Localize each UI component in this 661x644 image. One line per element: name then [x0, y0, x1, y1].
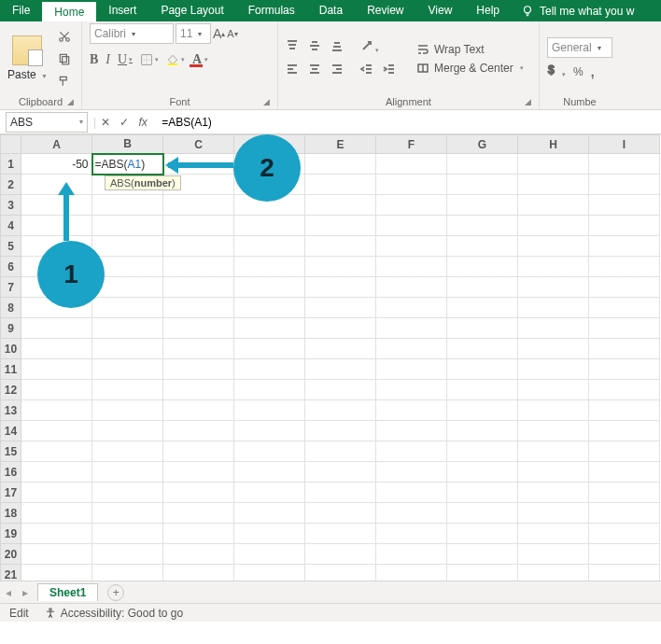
cell[interactable]	[447, 421, 518, 441]
row-header[interactable]: 6	[1, 257, 21, 277]
cell[interactable]	[589, 359, 660, 380]
cell[interactable]	[305, 195, 376, 216]
cell[interactable]	[163, 524, 234, 544]
cell[interactable]	[234, 483, 305, 503]
align-middle-button[interactable]	[308, 39, 321, 55]
cell[interactable]	[589, 400, 660, 421]
cell[interactable]	[518, 565, 589, 581]
cell-B1[interactable]: =ABS(A1)	[92, 154, 163, 175]
row-header[interactable]: 8	[1, 298, 21, 318]
cell[interactable]	[163, 400, 234, 421]
cell[interactable]	[234, 524, 305, 544]
cell[interactable]	[163, 565, 234, 581]
dialog-launcher[interactable]: ◢	[263, 97, 270, 106]
row-header[interactable]: 2	[1, 175, 21, 195]
cell[interactable]	[92, 503, 163, 524]
row-header[interactable]: 19	[1, 524, 21, 544]
worksheet-grid[interactable]: A B C D E F G H I 1 -50 =ABS(A1) 2345678…	[0, 134, 661, 581]
cell[interactable]	[518, 524, 589, 544]
cell[interactable]	[305, 441, 376, 462]
cell[interactable]	[518, 154, 589, 175]
cell[interactable]	[92, 236, 163, 257]
row-header[interactable]: 4	[1, 216, 21, 236]
format-painter-button[interactable]	[55, 73, 74, 90]
font-name-combo[interactable]: Calibri▾	[90, 23, 174, 44]
cell[interactable]	[163, 483, 234, 503]
cell[interactable]	[234, 565, 305, 581]
cell[interactable]	[234, 339, 305, 359]
cell[interactable]	[305, 318, 376, 339]
cell[interactable]	[376, 236, 447, 257]
cell[interactable]	[21, 195, 92, 216]
tab-pagelayout[interactable]: Page Layout	[148, 0, 235, 21]
cell[interactable]	[92, 462, 163, 483]
align-bottom-button[interactable]	[330, 39, 344, 55]
cell[interactable]	[376, 195, 447, 216]
cell[interactable]	[589, 216, 660, 236]
cell[interactable]	[589, 483, 660, 503]
orientation-button[interactable]: ▾	[360, 39, 379, 55]
cell-A1[interactable]: -50	[21, 154, 92, 175]
cell[interactable]	[589, 565, 660, 581]
cell[interactable]	[92, 544, 163, 565]
cell[interactable]	[92, 339, 163, 359]
cell[interactable]	[92, 318, 163, 339]
italic-button[interactable]: I	[105, 52, 110, 67]
cell[interactable]	[305, 359, 376, 380]
tell-me[interactable]: Tell me what you w	[521, 0, 634, 21]
comma-button[interactable]: ,	[591, 64, 595, 79]
cell[interactable]	[305, 503, 376, 524]
merge-center-button[interactable]: Merge & Center▾	[416, 62, 524, 75]
row-header[interactable]: 20	[1, 544, 21, 565]
cell[interactable]	[305, 565, 376, 581]
row-header[interactable]: 21	[1, 565, 21, 581]
cell[interactable]	[92, 441, 163, 462]
cell[interactable]	[518, 257, 589, 277]
cell[interactable]	[376, 421, 447, 441]
formula-input[interactable]	[158, 114, 661, 131]
cell[interactable]	[21, 421, 92, 441]
cell[interactable]	[305, 380, 376, 400]
grow-font-button[interactable]: A▴	[213, 26, 225, 41]
cell[interactable]	[92, 298, 163, 318]
cell[interactable]	[21, 339, 92, 359]
cell[interactable]	[305, 421, 376, 441]
cell[interactable]	[518, 298, 589, 318]
enter-button[interactable]: ✓	[115, 116, 134, 129]
cell[interactable]	[376, 339, 447, 359]
cell[interactable]	[376, 565, 447, 581]
cell[interactable]	[518, 339, 589, 359]
copy-button[interactable]	[55, 50, 74, 67]
cell[interactable]	[234, 462, 305, 483]
cell[interactable]	[92, 216, 163, 236]
row-header[interactable]: 5	[1, 236, 21, 257]
cell[interactable]	[518, 462, 589, 483]
cell[interactable]	[518, 175, 589, 195]
font-color-button[interactable]: A▾	[192, 51, 208, 68]
cell[interactable]	[234, 400, 305, 421]
cell[interactable]	[305, 175, 376, 195]
cell[interactable]	[518, 483, 589, 503]
cell[interactable]	[163, 421, 234, 441]
cell[interactable]	[518, 236, 589, 257]
cell[interactable]	[305, 339, 376, 359]
cell[interactable]	[447, 298, 518, 318]
cell[interactable]	[376, 544, 447, 565]
cell[interactable]	[92, 359, 163, 380]
cell[interactable]	[163, 339, 234, 359]
row-header[interactable]: 15	[1, 441, 21, 462]
cell[interactable]	[376, 503, 447, 524]
number-format-combo[interactable]: General▾	[547, 37, 612, 58]
tab-view[interactable]: View	[416, 0, 465, 21]
row-header[interactable]: 14	[1, 421, 21, 441]
cell[interactable]	[518, 359, 589, 380]
cell[interactable]	[21, 524, 92, 544]
cell[interactable]	[163, 503, 234, 524]
cell[interactable]	[589, 277, 660, 298]
cell[interactable]	[589, 462, 660, 483]
cell[interactable]	[518, 277, 589, 298]
select-all-corner[interactable]	[1, 135, 21, 154]
cell[interactable]	[234, 359, 305, 380]
cell[interactable]	[376, 441, 447, 462]
cell[interactable]	[376, 216, 447, 236]
